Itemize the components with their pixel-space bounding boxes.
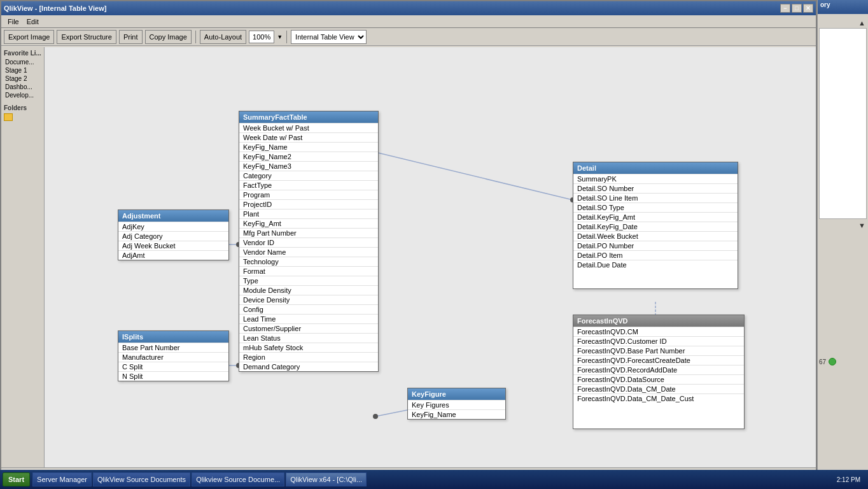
table-row[interactable]: AdjKey (118, 222, 228, 231)
table-row[interactable]: Base Part Number (118, 343, 228, 352)
table-row[interactable]: KeyFig_Name (239, 142, 378, 152)
keyfigure-table-header[interactable]: KeyFigure (408, 388, 505, 400)
table-row[interactable]: ForecastInQVD.Base Part Number (573, 346, 744, 355)
adjustment-table-body[interactable]: AdjKey Adj Category Adj Week Bucket AdjA… (118, 222, 228, 260)
export-image-button[interactable]: Export Image (4, 30, 54, 44)
table-row[interactable]: mHub Safety Stock (239, 343, 378, 352)
view-select[interactable]: Internal Table View (291, 30, 367, 44)
close-button[interactable]: ✕ (803, 4, 813, 13)
menu-edit[interactable]: Edit (23, 17, 43, 27)
table-row[interactable]: Adj Week Bucket (118, 241, 228, 250)
table-row[interactable]: Plant (239, 209, 378, 218)
table-row[interactable]: KeyFig_Name3 (239, 161, 378, 171)
table-row[interactable]: Manufacturer (118, 352, 228, 362)
table-row[interactable]: ForecastInQVD.RecordAddDate (573, 365, 744, 374)
summary-table-body[interactable]: Week Bucket w/ Past Week Date w/ Past Ke… (239, 123, 378, 371)
table-row[interactable]: Lean Status (239, 333, 378, 343)
table-row[interactable]: ForecastInQVD.DataSource (573, 374, 744, 384)
sidebar-item-stage2[interactable]: Stage 2 (4, 74, 41, 83)
table-row[interactable]: Detail.PO Number (573, 241, 738, 250)
sidebar-item-dashboard[interactable]: Dashbo... (4, 83, 41, 91)
table-row[interactable]: Vendor ID (239, 237, 378, 247)
table-row[interactable]: Category (239, 171, 378, 180)
table-row[interactable]: Detail.SO Number (573, 183, 738, 193)
table-row[interactable]: Config (239, 304, 378, 314)
table-row[interactable]: Detail.KeyFig_Amt (573, 212, 738, 222)
sidebar-item-develop[interactable]: Develop... (4, 91, 41, 99)
table-row[interactable]: Detail.Week Bucket (573, 231, 738, 241)
main-canvas: SummaryFactTable Week Bucket w/ Past Wee… (45, 47, 816, 467)
keyfigure-table-body[interactable]: Key Figures KeyFig_Name (408, 400, 505, 419)
detail-table-header[interactable]: Detail (573, 162, 738, 174)
table-row[interactable]: Mfg Part Number (239, 228, 378, 237)
table-row[interactable]: KeyFig_Name2 (239, 152, 378, 161)
taskbar-item-qlikview-3[interactable]: QlikView x64 - [C:\Qli... (286, 472, 367, 486)
table-row[interactable]: Format (239, 266, 378, 276)
table-row[interactable]: Key Figures (408, 400, 505, 409)
table-row[interactable]: Week Bucket w/ Past (239, 123, 378, 132)
isplits-table-body[interactable]: Base Part Number Manufacturer C Split N … (118, 343, 228, 381)
table-row[interactable]: AdjAmt (118, 250, 228, 260)
right-panel-scroll-down[interactable]: ▼ (819, 220, 867, 230)
table-row[interactable]: Device Density (239, 295, 378, 304)
taskbar-item-server-manager[interactable]: Server Manager (32, 472, 92, 486)
export-structure-button[interactable]: Export Structure (57, 30, 116, 44)
table-row[interactable]: FactType (239, 180, 378, 190)
table-row[interactable]: N Split (118, 371, 228, 381)
table-row[interactable]: Detail.SO Type (573, 202, 738, 212)
right-panel-scroll-up[interactable]: ▲ (819, 18, 867, 28)
taskbar-item-qlikview-1[interactable]: QlikView Source Documents (93, 472, 190, 486)
table-row[interactable]: Detail.KeyFig_Date (573, 222, 738, 231)
toolbar-separator-2 (286, 31, 287, 43)
forecast-table-header[interactable]: ForecastInQVD (573, 315, 744, 327)
table-row[interactable]: Program (239, 190, 378, 199)
table-row[interactable]: Customer/Supplier (239, 323, 378, 333)
minimize-button[interactable]: − (780, 4, 790, 13)
right-panel-title: ory (818, 0, 868, 14)
table-row[interactable]: ForecastInQVD.Data_CM_Date (573, 384, 744, 393)
table-row[interactable]: ForecastInQVD.CM (573, 327, 744, 336)
table-row[interactable]: Detail.PO Item (573, 250, 738, 260)
table-row[interactable]: Demand Category (239, 362, 378, 371)
table-row[interactable]: Region (239, 352, 378, 362)
table-row[interactable]: Type (239, 276, 378, 285)
table-row[interactable]: Lead Time (239, 314, 378, 323)
table-row[interactable]: Vendor Name (239, 247, 378, 257)
table-row[interactable]: C Split (118, 362, 228, 371)
menu-bar: File Edit (1, 15, 816, 28)
maximize-button[interactable]: □ (792, 4, 802, 13)
table-row[interactable]: Module Density (239, 285, 378, 295)
status-indicator-green (829, 358, 836, 365)
start-button[interactable]: Start (3, 472, 30, 486)
table-row[interactable]: Adj Category (118, 231, 228, 241)
isplits-table-header[interactable]: ISplits (118, 331, 228, 343)
sidebar-item-stage1[interactable]: Stage 1 (4, 66, 41, 74)
summary-table-header[interactable]: SummaryFactTable (239, 111, 378, 123)
sidebar-item-documents[interactable]: Docume... (4, 58, 41, 66)
table-row[interactable]: SummaryPK (573, 174, 738, 183)
adjustment-table-header[interactable]: Adjustment (118, 210, 228, 222)
table-row[interactable]: Technology (239, 257, 378, 266)
auto-layout-button[interactable]: Auto-Layout (200, 30, 246, 44)
table-row[interactable]: KeyFig_Amt (239, 218, 378, 228)
zoom-input[interactable] (249, 31, 274, 43)
folder-icon (4, 113, 13, 121)
table-row[interactable]: ForecastInQVD.Customer ID (573, 336, 744, 346)
zoom-dropdown-icon[interactable]: ▼ (277, 34, 283, 40)
table-row[interactable]: KeyFig_Name (408, 409, 505, 419)
print-button[interactable]: Print (119, 30, 143, 44)
sidebar-folders-section: Folders (4, 104, 41, 121)
table-row[interactable]: ProjectID (239, 199, 378, 209)
taskbar-item-qlikview-2[interactable]: Qlikview Source Docume... (192, 472, 284, 486)
forecast-table-body[interactable]: ForecastInQVD.CM ForecastInQVD.Customer … (573, 327, 744, 429)
table-row[interactable]: Detail.Due Date (573, 260, 738, 269)
table-row[interactable]: ForecastInQVD.Data_CM_Date_Cust (573, 393, 744, 403)
menu-file[interactable]: File (4, 17, 23, 27)
right-panel-list[interactable] (819, 28, 867, 219)
status-number: 67 (819, 358, 826, 365)
table-row[interactable]: Week Date w/ Past (239, 132, 378, 142)
table-row[interactable]: Detail.SO Line Item (573, 193, 738, 202)
detail-table-body[interactable]: SummaryPK Detail.SO Number Detail.SO Lin… (573, 174, 738, 288)
copy-image-button[interactable]: Copy Image (145, 30, 192, 44)
table-row[interactable]: ForecastInQVD.ForecastCreateDate (573, 355, 744, 365)
